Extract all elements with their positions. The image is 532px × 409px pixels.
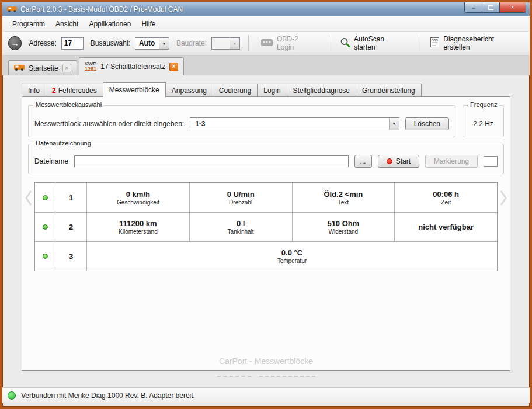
tab-codierung[interactable]: Codierung [213, 84, 258, 97]
tab-login[interactable]: Login [257, 84, 287, 97]
tab-startseite[interactable]: Startseite × [8, 60, 77, 75]
app-icon [7, 5, 17, 14]
maximize-icon [488, 5, 493, 10]
messwertbloecke-panel: Messwertblockauswahl Messwertblock auswä… [22, 96, 510, 371]
value-cell: 0 lTankinhalt [189, 213, 292, 241]
toolbar: → Adresse: Busauswahl: Auto ▼ Baudrate: … [2, 32, 530, 56]
function-tabs: Info 2Fehlercodes Messwertblöcke Anpassu… [22, 84, 510, 97]
chevron-down-icon: ▼ [389, 118, 399, 130]
tab-anpassung[interactable]: Anpassung [165, 84, 213, 97]
obd2-connector-icon [260, 38, 273, 49]
messwertblockauswahl-group: Messwertblockauswahl Messwertblock auswä… [28, 105, 455, 137]
document-tabstrip: Startseite × KWP 1281 17 Schalttafeleins… [2, 56, 530, 75]
close-button[interactable]: × [499, 2, 526, 13]
block-number: 3 [55, 242, 86, 271]
tab-fehlercodes[interactable]: 2Fehlercodes [46, 84, 103, 97]
messwertblock-select-label: Messwertblock auswählen oder direkt eing… [34, 120, 184, 128]
datenaufzeichnung-group: Datenaufzeichnung Dateiname ... Start Ma… [28, 144, 504, 174]
menubar: Programm Ansicht Applikationen Hilfe [2, 16, 530, 32]
value-cell: Öld.2 <minText [292, 183, 395, 212]
frequenz-group: Frequenz 2.2 Hz [463, 105, 504, 137]
block-number: 2 [55, 213, 86, 241]
value-cell: 0.0 °CTemperatur [86, 242, 497, 271]
tab-messwertbloecke[interactable]: Messwertblöcke [103, 82, 166, 98]
menu-applikationen[interactable]: Applikationen [84, 18, 136, 30]
report-document-icon: OBD [430, 37, 440, 50]
next-block-arrow[interactable] [499, 189, 507, 207]
car-icon [14, 64, 25, 72]
obd2-login-button: OBD-2 Login [257, 33, 319, 54]
block-number: 1 [55, 183, 86, 212]
markierung-count-box [484, 156, 498, 167]
browse-button[interactable]: ... [354, 155, 372, 168]
diagnose-report-label: Diagnosebericht erstellen [443, 35, 520, 51]
frequenz-value: 2.2 Hz [463, 106, 503, 137]
autoscan-button[interactable]: AutoScan starten [336, 33, 409, 54]
value-cell: 111200 kmKilometerstand [86, 213, 189, 241]
statusbar: Verbunden mit Menke Diag 1000 Rev. B. Ad… [2, 387, 530, 403]
markierung-button: Markierung [425, 155, 478, 168]
maximize-button[interactable] [482, 2, 499, 13]
app-window: CarPort 2.0.3 - Basis-Modul OBD2 / Pro-M… [0, 0, 532, 409]
adresse-label: Adresse: [29, 39, 56, 47]
table-row: 3 0.0 °CTemperatur [35, 241, 497, 271]
green-led-icon [43, 195, 48, 200]
messwert-table: 1 0 km/hGeschwindigkeit 0 U/minDrehzahl … [34, 182, 498, 271]
window-title: CarPort 2.0.3 - Basis-Modul OBD2 / Pro-M… [20, 5, 461, 13]
baudrate-label: Baudrate: [176, 39, 207, 47]
busauswahl-label: Busauswahl: [91, 39, 130, 47]
autoscan-label: AutoScan starten [354, 35, 406, 51]
protocol-label: KWP 1281 [85, 61, 97, 72]
toolbar-separator [328, 35, 328, 51]
window-controls: – × [464, 2, 526, 13]
menu-hilfe[interactable]: Hilfe [136, 18, 161, 30]
content-area: Info 2Fehlercodes Messwertblöcke Anpassu… [2, 75, 530, 387]
value-cell: 00:06 hZeit [394, 183, 497, 212]
value-cell: 0 km/hGeschwindigkeit [86, 183, 189, 212]
status-text: Verbunden mit Menke Diag 1000 Rev. B. Ad… [21, 391, 195, 400]
connect-arrow-button[interactable]: → [8, 36, 22, 50]
menu-programm[interactable]: Programm [7, 18, 50, 30]
messwertblock-select-value: 1-3 [190, 120, 388, 128]
value-cell: 0 U/minDrehzahl [189, 183, 292, 212]
svg-text:OBD: OBD [432, 39, 438, 42]
tab-schalttafeleinsatz-label: 17 Schalttafeleinsatz [100, 63, 165, 71]
menu-ansicht[interactable]: Ansicht [50, 18, 84, 30]
connection-led-icon [8, 391, 16, 400]
tab-schalttafeleinsatz[interactable]: KWP 1281 17 Schalttafeleinsatz × [79, 57, 184, 75]
value-cell: nicht verfügbar [394, 213, 497, 241]
toolbar-separator [248, 35, 249, 51]
tab-close-icon[interactable]: × [169, 63, 178, 71]
decorative-dashes [22, 371, 510, 382]
baudrate-select: ▼ [211, 37, 240, 50]
panel-watermark: CarPort - Messwertblöcke [22, 356, 510, 366]
magnifier-icon [340, 37, 350, 50]
green-led-icon [43, 224, 48, 230]
green-led-icon [43, 254, 48, 259]
loeschen-button[interactable]: Löschen [405, 117, 449, 130]
minimize-button[interactable]: – [464, 2, 482, 13]
busauswahl-value: Auto [135, 39, 159, 47]
busauswahl-select[interactable]: Auto ▼ [135, 37, 169, 50]
table-row: 2 111200 kmKilometerstand 0 lTankinhalt … [35, 212, 497, 241]
chevron-down-icon: ▼ [159, 38, 169, 49]
obd2-login-label: OBD-2 Login [277, 35, 316, 51]
start-recording-button[interactable]: Start [378, 155, 419, 168]
table-row: 1 0 km/hGeschwindigkeit 0 U/minDrehzahl … [35, 183, 497, 212]
tab-stellglieddiagnose[interactable]: Stellglieddiagnose [287, 84, 356, 97]
value-cell: 510 OhmWiderstand [292, 213, 395, 241]
messwertblock-select[interactable]: 1-3 ▼ [190, 117, 399, 130]
error-count-badge: 2 [52, 86, 56, 95]
adresse-input[interactable] [61, 37, 84, 50]
group-title: Datenaufzeichnung [33, 140, 93, 147]
tab-grundeinstellung[interactable]: Grundeinstellung [356, 84, 422, 97]
toolbar-separator [418, 35, 418, 51]
diagnose-report-button[interactable]: OBD Diagnosebericht erstellen [426, 33, 524, 54]
prev-block-arrow[interactable] [25, 189, 33, 207]
record-icon [387, 158, 392, 164]
tab-startseite-label: Startseite [29, 64, 58, 72]
group-title: Frequenz [468, 101, 499, 108]
tab-info[interactable]: Info [22, 84, 46, 97]
tab-close-icon[interactable]: × [62, 64, 71, 72]
dateiname-input[interactable] [74, 155, 349, 167]
